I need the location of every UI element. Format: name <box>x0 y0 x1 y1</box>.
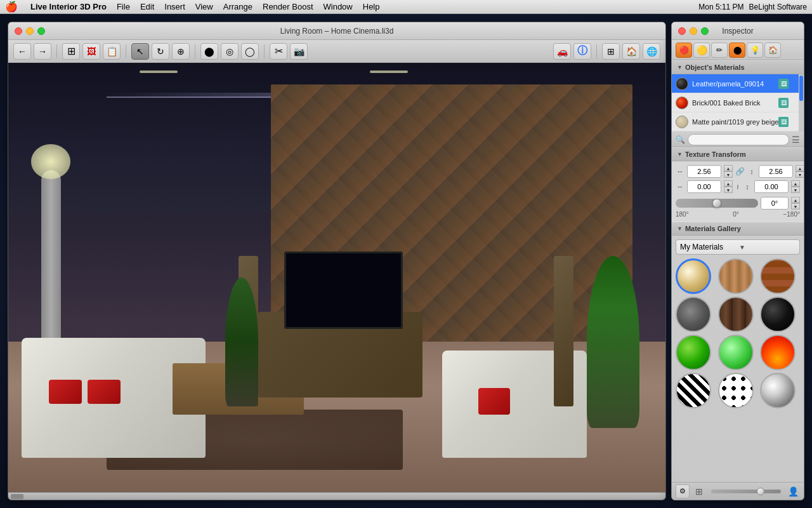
plant-left <box>225 277 258 406</box>
gallery-item-brick[interactable] <box>760 258 796 294</box>
circle-tool[interactable]: ◎ <box>221 43 239 60</box>
material-item-3[interactable]: Matte paint/1019 grey beige 🖼 <box>672 112 804 131</box>
width-stepper[interactable]: ▲ ▼ <box>724 165 733 178</box>
viewport-scrollbar[interactable] <box>8 492 665 500</box>
menu-appname[interactable]: Live Interior 3D Pro <box>30 2 107 11</box>
gallery-dropdown[interactable]: My Materials ▼ <box>676 239 800 255</box>
add-material-button[interactable]: ⚙ <box>676 485 690 498</box>
close-button[interactable] <box>15 27 22 35</box>
gallery-item-cream[interactable] <box>676 258 711 294</box>
offset-x-stepper[interactable]: ▲ ▼ <box>724 180 733 193</box>
height-stepper[interactable]: ▲ ▼ <box>796 165 804 178</box>
tab-light[interactable]: 💡 <box>747 43 763 58</box>
search-input[interactable] <box>688 134 789 145</box>
height-up[interactable]: ▲ <box>796 165 804 171</box>
grid-view-button[interactable]: ⊞ <box>692 485 706 498</box>
tab-materials[interactable]: 🔴 <box>676 43 692 58</box>
materials-scrollbar[interactable] <box>799 74 804 131</box>
forward-button[interactable]: → <box>34 43 51 60</box>
info-button[interactable]: ⓘ <box>573 43 591 60</box>
width-down[interactable]: ▼ <box>724 171 733 178</box>
rotation-slider[interactable] <box>676 199 758 208</box>
rotation-thumb[interactable] <box>712 199 721 208</box>
gallery-item-fire[interactable] <box>760 335 796 370</box>
inspector-minimize[interactable] <box>690 27 697 35</box>
offset-x-down[interactable]: ▼ <box>724 187 733 193</box>
offset-y-stepper[interactable]: ▲ ▼ <box>791 180 800 193</box>
gallery-item-wood-light[interactable] <box>718 258 754 294</box>
rotation-up[interactable]: ▲ <box>791 197 800 203</box>
person-icon[interactable]: 👤 <box>786 485 800 498</box>
rotation-stepper[interactable]: ▲ ▼ <box>791 197 800 210</box>
gallery-item-dark-wood[interactable] <box>718 297 754 332</box>
view-home[interactable]: 🏠 <box>622 43 640 60</box>
menu-renderbost[interactable]: Render Boost <box>263 2 313 11</box>
offset-y-down[interactable]: ▼ <box>791 187 800 193</box>
floorplan-button[interactable]: ⊞ <box>62 43 80 60</box>
rotation-down[interactable]: ▼ <box>791 203 800 210</box>
view-2d[interactable]: ⊞ <box>602 43 620 60</box>
inspector-close[interactable] <box>678 27 686 35</box>
menu-file[interactable]: File <box>117 2 130 11</box>
gallery-item-green[interactable] <box>676 335 711 370</box>
menu-window[interactable]: Window <box>324 2 353 11</box>
height-down[interactable]: ▼ <box>796 171 804 178</box>
search-bar: 🔍 ☰ <box>672 132 804 147</box>
clipboard-button[interactable]: 📋 <box>103 43 121 60</box>
menu-help[interactable]: Help <box>363 2 380 11</box>
texture-transform-header[interactable]: ▼ Texture Transform <box>672 147 804 161</box>
minimize-button[interactable] <box>26 27 34 35</box>
rotate-tool[interactable]: ↻ <box>152 43 169 60</box>
menu-edit[interactable]: Edit <box>140 2 154 11</box>
tab-texture[interactable]: ⬤ <box>729 43 745 58</box>
options-icon[interactable]: ☰ <box>792 135 800 145</box>
viewport-scrollthumb[interactable] <box>11 494 23 499</box>
ring-tool[interactable]: ◯ <box>241 43 259 60</box>
material-item-1[interactable]: Leather/pamela_09014 🖼 <box>672 74 804 93</box>
material-item-2[interactable]: Brick/001 Baked Brick 🖼 <box>672 93 804 112</box>
viewport[interactable] <box>8 63 665 492</box>
zoom-slider[interactable] <box>711 490 781 493</box>
offset-x-input[interactable] <box>687 180 721 193</box>
transform-width-row: ↔ ▲ ▼ 🔗 ↕ ▲ ▼ <box>676 165 800 178</box>
tab-edit[interactable]: ✏ <box>711 43 728 58</box>
material-icon-2: 🖼 <box>778 98 789 108</box>
gallery-item-zebra[interactable] <box>676 373 711 408</box>
gallery-item-spots[interactable] <box>718 373 754 408</box>
width-icon: ↔ <box>676 168 684 175</box>
width-up[interactable]: ▲ <box>724 165 733 171</box>
maximize-button[interactable] <box>37 27 45 35</box>
menu-arrange[interactable]: Arrange <box>223 2 252 11</box>
menu-view[interactable]: View <box>195 2 213 11</box>
zoom-slider-thumb[interactable] <box>757 488 764 495</box>
camera-tool[interactable]: 📷 <box>290 43 308 60</box>
rotation-input[interactable] <box>761 197 789 210</box>
objects-materials-header[interactable]: ▼ Object's Materials <box>672 60 804 74</box>
back-button[interactable]: ← <box>13 43 31 60</box>
materials-scrollthumb[interactable] <box>799 76 803 101</box>
select-tool[interactable]: ↖ <box>131 43 149 60</box>
offset-y-input[interactable] <box>754 180 789 193</box>
materials-gallery-header[interactable]: ▼ Materials Gallery <box>672 222 804 236</box>
offset-y-up[interactable]: ▲ <box>791 180 800 187</box>
width-input[interactable] <box>687 165 721 178</box>
view-3d[interactable]: 🌐 <box>643 43 660 60</box>
gallery-item-stone[interactable] <box>676 297 711 332</box>
height-input[interactable] <box>759 165 793 178</box>
move-tool[interactable]: ⊕ <box>172 43 190 60</box>
gallery-item-bright-green[interactable] <box>718 335 754 370</box>
apple-menu[interactable]: 🍎 <box>5 1 18 13</box>
material-icon-1: 🖼 <box>778 79 789 89</box>
gallery-section: My Materials ▼ <box>672 239 804 412</box>
gallery-item-metal[interactable] <box>760 373 796 408</box>
gallery-item-black[interactable] <box>760 297 796 332</box>
menu-insert[interactable]: Insert <box>164 2 185 11</box>
inspector-maximize[interactable] <box>701 27 709 35</box>
car-button[interactable]: 🚗 <box>553 43 571 60</box>
scissors-tool[interactable]: ✂ <box>270 43 287 60</box>
sphere-tool[interactable]: ⬤ <box>200 43 218 60</box>
render-button[interactable]: 🖼 <box>82 43 100 60</box>
offset-x-up[interactable]: ▲ <box>724 180 733 187</box>
tab-house[interactable]: 🏠 <box>764 43 781 58</box>
tab-shape[interactable]: 🟡 <box>693 43 710 58</box>
